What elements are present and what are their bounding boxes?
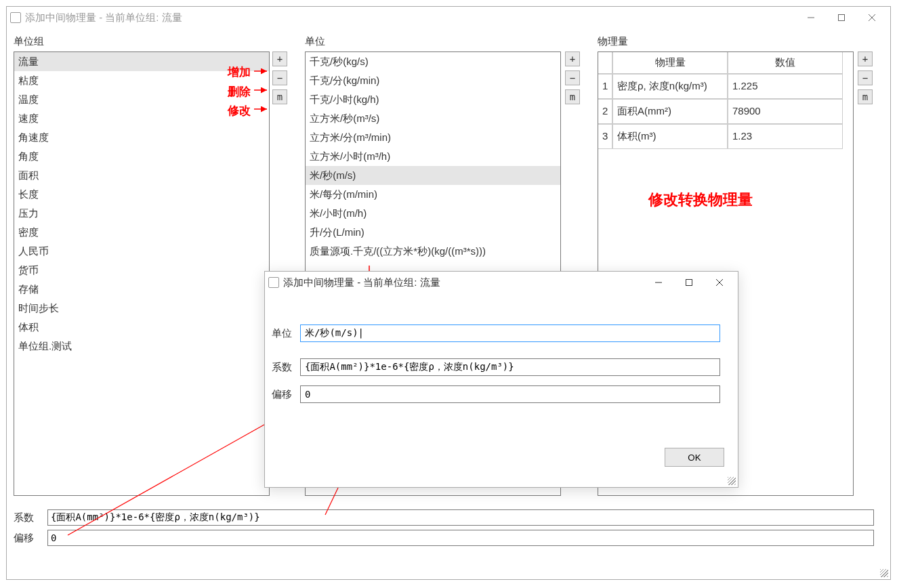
unit-modify-button[interactable]: m: [565, 89, 580, 104]
unit-group-item[interactable]: 温度: [14, 90, 269, 109]
dialog-ok-button[interactable]: OK: [665, 448, 724, 467]
unit-group-label: 单位组: [14, 35, 44, 48]
dialog-coef-label: 系数: [272, 361, 300, 374]
coefficient-label: 系数: [14, 511, 47, 524]
th-value: 数值: [728, 51, 843, 74]
cell-phy-value[interactable]: 78900: [728, 99, 843, 124]
th-rownum: [598, 51, 612, 74]
unit-group-remove-button[interactable]: −: [272, 70, 287, 85]
phy-remove-button[interactable]: −: [858, 70, 873, 85]
unit-group-buttons: + − m: [272, 51, 287, 104]
dialog-icon: [268, 277, 279, 288]
dialog-offset-row: 偏移: [272, 385, 720, 403]
unit-item[interactable]: 米/每分(m/min): [306, 185, 560, 204]
unit-group-add-button[interactable]: +: [272, 51, 287, 66]
dialog-close-button[interactable]: [704, 273, 734, 292]
main-titlebar: 添加中间物理量 - 当前单位组: 流量: [7, 7, 890, 28]
unit-buttons: + − m: [565, 51, 580, 104]
unit-group-item[interactable]: 粘度: [14, 71, 269, 90]
unit-item[interactable]: 立方米/小时(m³/h): [306, 147, 560, 166]
window-title: 添加中间物理量 - 当前单位组: 流量: [25, 12, 795, 24]
cell-phy-name: 体积(m³): [612, 124, 728, 149]
unit-group-item[interactable]: 面积: [14, 166, 269, 185]
unit-group-item[interactable]: 流量: [14, 52, 269, 71]
coefficient-input[interactable]: [47, 509, 874, 526]
unit-group-item[interactable]: 货币: [14, 261, 269, 280]
dialog-coef-input[interactable]: [300, 358, 720, 376]
unit-group-item[interactable]: 角度: [14, 147, 269, 166]
unit-group-item[interactable]: 体积: [14, 318, 269, 337]
unit-group-item[interactable]: 角速度: [14, 128, 269, 147]
coefficient-row: 系数: [14, 509, 874, 526]
app-icon: [10, 12, 21, 23]
cell-phy-value[interactable]: 1.23: [728, 124, 843, 149]
offset-label: 偏移: [14, 532, 47, 545]
dialog-offset-label: 偏移: [272, 388, 300, 401]
window-controls: [795, 8, 887, 27]
unit-group-listbox[interactable]: 流量粘度温度速度角速度角度面积长度压力密度人民币货币存储时间步长体积单位组.测试: [14, 51, 270, 496]
edit-dialog: 添加中间物理量 - 当前单位组: 流量 单位 系数 偏移 OK: [264, 271, 738, 488]
minimize-button[interactable]: [795, 8, 826, 27]
dialog-unit-label: 单位: [272, 327, 300, 340]
unit-item[interactable]: 千克/分(kg/min): [306, 71, 560, 90]
unit-item[interactable]: 千克/小时(kg/h): [306, 90, 560, 109]
dialog-resize-grip-icon[interactable]: [728, 477, 736, 485]
svg-rect-1: [838, 15, 844, 21]
dialog-unit-input[interactable]: [300, 324, 720, 342]
maximize-button[interactable]: [826, 8, 856, 27]
unit-item[interactable]: 立方米/分(m³/min): [306, 128, 560, 147]
row-number: 2: [598, 99, 612, 124]
phy-table: 物理量 数值 1密度ρ, 浓度n(kg/m³)1.2252面积A(mm²)789…: [598, 51, 844, 149]
unit-item[interactable]: 升/分(L/min): [306, 223, 560, 242]
table-row[interactable]: 3体积(m³)1.23: [598, 124, 844, 149]
dialog-coef-row: 系数: [272, 358, 720, 376]
unit-item[interactable]: 质量源项.千克/((立方米*秒)(kg/((m³*s))): [306, 242, 560, 261]
unit-remove-button[interactable]: −: [565, 70, 580, 85]
svg-rect-5: [686, 280, 692, 286]
row-number: 1: [598, 74, 612, 99]
row-number: 3: [598, 124, 612, 149]
unit-group-modify-button[interactable]: m: [272, 89, 287, 104]
dialog-maximize-button[interactable]: [673, 273, 704, 292]
dialog-unit-row: 单位: [272, 324, 720, 342]
resize-grip-icon[interactable]: [880, 569, 888, 577]
offset-input[interactable]: [47, 530, 874, 546]
dialog-minimize-button[interactable]: [643, 273, 673, 292]
offset-row: 偏移: [14, 530, 874, 546]
unit-group-item[interactable]: 时间步长: [14, 299, 269, 318]
th-phy: 物理量: [612, 51, 728, 74]
unit-group-item[interactable]: 压力: [14, 204, 269, 223]
dialog-titlebar: 添加中间物理量 - 当前单位组: 流量: [265, 272, 738, 293]
unit-group-item[interactable]: 密度: [14, 223, 269, 242]
unit-group-item[interactable]: 长度: [14, 185, 269, 204]
unit-item[interactable]: 立方米/秒(m³/s): [306, 109, 560, 128]
unit-group-item[interactable]: 存储: [14, 280, 269, 299]
unit-item[interactable]: 千克/秒(kg/s): [306, 52, 560, 71]
phy-add-button[interactable]: +: [858, 51, 873, 66]
dialog-title: 添加中间物理量 - 当前单位组: 流量: [283, 276, 643, 289]
table-row[interactable]: 2面积A(mm²)78900: [598, 99, 844, 124]
table-row[interactable]: 1密度ρ, 浓度n(kg/m³)1.225: [598, 74, 844, 99]
dialog-window-controls: [643, 273, 734, 292]
phy-buttons: + − m: [858, 51, 873, 104]
unit-group-item[interactable]: 单位组.测试: [14, 337, 269, 356]
unit-item[interactable]: 米/秒(m/s): [306, 166, 560, 185]
phy-table-header: 物理量 数值: [598, 51, 844, 74]
physical-qty-label: 物理量: [598, 35, 628, 48]
close-button[interactable]: [856, 8, 887, 27]
cell-phy-value[interactable]: 1.225: [728, 74, 843, 99]
unit-group-item[interactable]: 速度: [14, 109, 269, 128]
cell-phy-name: 面积A(mm²): [612, 99, 728, 124]
unit-add-button[interactable]: +: [565, 51, 580, 66]
dialog-offset-input[interactable]: [300, 385, 720, 403]
unit-group-item[interactable]: 人民币: [14, 242, 269, 261]
phy-modify-button[interactable]: m: [858, 89, 873, 104]
unit-item[interactable]: 米/小时(m/h): [306, 204, 560, 223]
cell-phy-name: 密度ρ, 浓度n(kg/m³): [612, 74, 728, 99]
unit-label: 单位: [305, 35, 325, 48]
